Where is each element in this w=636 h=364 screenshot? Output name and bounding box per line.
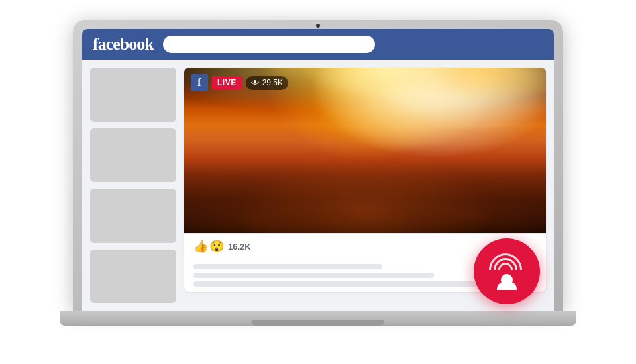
- person-head-icon: [501, 274, 513, 286]
- wow-emoji: 😲: [209, 239, 224, 253]
- laptop: facebook: [60, 20, 576, 344]
- scene: facebook: [0, 0, 636, 364]
- facebook-f-icon: f: [191, 74, 208, 91]
- view-count: 👁 29.5K: [246, 76, 288, 90]
- streaming-badge: [474, 238, 540, 304]
- f-letter: f: [197, 77, 201, 89]
- search-bar[interactable]: [163, 36, 375, 53]
- live-badge: LIVE: [212, 76, 242, 89]
- view-count-text: 29.5K: [262, 78, 283, 87]
- laptop-base: [60, 311, 576, 326]
- facebook-header: facebook: [82, 29, 554, 60]
- comment-bar-3: [193, 281, 485, 287]
- sidebar-block-2: [90, 128, 176, 183]
- reaction-count: 16.2K: [228, 242, 251, 251]
- live-overlay: f LIVE 👁 29.5K: [191, 74, 288, 91]
- reaction-emojis: 👍 😲: [193, 239, 224, 253]
- video-container[interactable]: f LIVE 👁 29.5K: [184, 68, 546, 233]
- concert-background: [184, 68, 546, 233]
- facebook-logo[interactable]: facebook: [93, 34, 154, 54]
- sidebar-block-3: [90, 189, 176, 243]
- sidebar-block-1: [90, 68, 176, 122]
- broadcast-icon: [489, 253, 525, 290]
- like-emoji: 👍: [193, 239, 208, 253]
- eye-icon: 👁: [251, 78, 260, 88]
- laptop-camera: [316, 24, 320, 28]
- comment-bar-2: [193, 273, 434, 278]
- crowd-silhouette: [184, 126, 546, 234]
- sidebar-block-4: [90, 250, 176, 304]
- comment-bar-1: [193, 264, 382, 269]
- facebook-sidebar: [90, 68, 176, 303]
